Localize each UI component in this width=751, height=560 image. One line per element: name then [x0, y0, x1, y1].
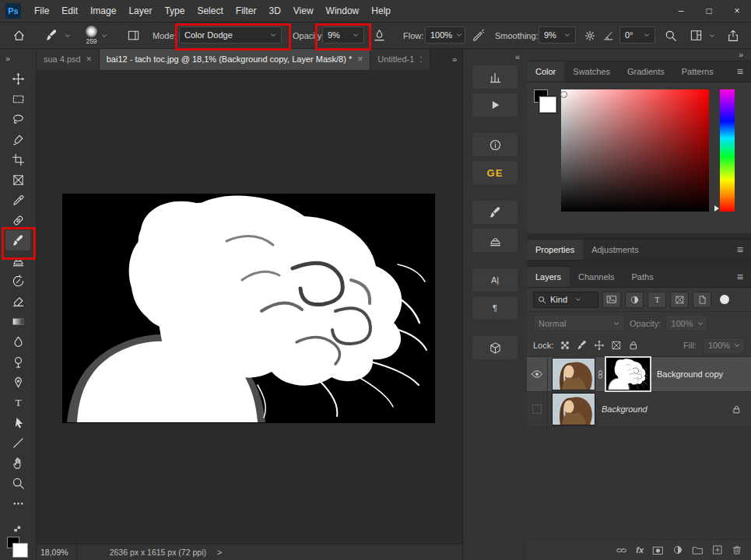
menu-window[interactable]: Window — [320, 1, 366, 22]
dock-collapse-button[interactable]: » — [527, 48, 751, 61]
menu-help[interactable]: Help — [365, 1, 397, 22]
layer-name[interactable]: Background — [602, 404, 647, 414]
tool-blur[interactable] — [5, 331, 30, 352]
color-panel-swatches[interactable] — [534, 89, 560, 119]
lock-artboard-icon[interactable] — [611, 340, 622, 351]
hue-slider-marker[interactable] — [714, 205, 719, 212]
foreground-color-swatch[interactable] — [12, 543, 28, 558]
document-tab-3[interactable]: Untitled-1 : — [370, 48, 430, 70]
tool-quick-selection[interactable] — [5, 129, 30, 149]
layer-mask-thumbnail-selected[interactable] — [606, 358, 650, 390]
layer-row-background-copy[interactable]: Background copy — [527, 357, 751, 392]
tool-spot-healing-brush[interactable] — [5, 210, 30, 230]
layer-row-background[interactable]: Background — [527, 392, 751, 427]
filter-type-layers-button[interactable] — [647, 292, 666, 308]
layer-name[interactable]: Background copy — [657, 369, 723, 379]
layer-mask-link[interactable] — [595, 369, 606, 380]
color-sample-marker[interactable] — [560, 91, 567, 98]
tab-patterns[interactable]: Patterns — [673, 61, 722, 82]
tool-lasso[interactable] — [5, 109, 30, 129]
filter-adjustment-layers-button[interactable] — [625, 292, 644, 308]
angle-input[interactable]: 0° — [619, 26, 655, 44]
menu-select[interactable]: Select — [191, 1, 229, 22]
tab-close-icon[interactable]: × — [86, 54, 92, 65]
canvas-viewport[interactable] — [37, 70, 462, 544]
link-layers-icon[interactable] — [616, 544, 627, 556]
pressure-opacity-button[interactable] — [373, 23, 386, 48]
brush-angle-widget[interactable] — [602, 23, 615, 48]
layer-thumbnail[interactable] — [553, 394, 595, 425]
document-tab-1[interactable]: sua 4.psd × — [37, 48, 100, 70]
status-options-chevron[interactable]: > — [217, 548, 222, 557]
tool-preset-button[interactable] — [45, 23, 71, 48]
panel-menu-icon[interactable]: ≡ — [729, 267, 751, 287]
filter-toggle-icon[interactable] — [720, 295, 729, 304]
panel-button-clone-source[interactable] — [472, 229, 518, 252]
tool-move[interactable] — [5, 68, 30, 89]
layer-fill-field[interactable]: 100% — [703, 338, 745, 354]
panel-button-character[interactable]: A| — [472, 268, 518, 292]
close-button[interactable]: × — [723, 1, 751, 22]
lock-position-icon[interactable] — [594, 340, 605, 351]
tool-crop[interactable] — [5, 149, 30, 170]
panel-button-brush-settings[interactable] — [472, 201, 518, 224]
layer-visibility-toggle[interactable] — [527, 357, 548, 391]
menu-view[interactable]: View — [287, 1, 320, 22]
edit-toolbar-icon[interactable] — [12, 523, 23, 534]
panel-button-3d[interactable] — [472, 336, 518, 359]
toolbar-collapse-button[interactable]: » — [0, 48, 36, 68]
filter-pixel-layers-button[interactable] — [602, 292, 621, 308]
tool-type[interactable] — [5, 392, 30, 412]
layer-filter-kind-select[interactable]: Kind — [533, 292, 598, 308]
saturation-brightness-picker[interactable] — [561, 89, 709, 212]
share-button[interactable] — [727, 23, 739, 48]
new-group-icon[interactable] — [692, 544, 704, 556]
tab-properties[interactable]: Properties — [527, 240, 583, 260]
layer-blend-mode-select[interactable]: Normal — [533, 315, 625, 331]
home-button[interactable] — [12, 23, 26, 48]
tool-hand[interactable] — [5, 453, 30, 473]
tab-layers[interactable]: Layers — [527, 267, 570, 287]
search-button[interactable] — [665, 23, 677, 48]
tool-more[interactable] — [5, 493, 30, 513]
foreground-color-swatch[interactable] — [539, 96, 556, 113]
layer-opacity-field[interactable]: 100% — [665, 315, 707, 331]
tab-gradients[interactable]: Gradients — [619, 61, 673, 82]
panel-button-actions[interactable] — [472, 93, 518, 117]
document-tab-2-active[interactable]: bai12 - tach toc.jpg @ 18,1% (Background… — [100, 48, 370, 70]
new-layer-icon[interactable] — [712, 544, 723, 555]
tool-clone-stamp[interactable] — [5, 250, 30, 271]
workspace-switcher[interactable] — [690, 23, 715, 48]
smoothing-options-button[interactable] — [584, 23, 596, 48]
menu-edit[interactable]: Edit — [55, 1, 84, 22]
menu-type[interactable]: Type — [158, 1, 191, 22]
tool-history-brush[interactable] — [5, 271, 30, 291]
lock-all-icon[interactable] — [628, 340, 639, 351]
tab-swatches[interactable]: Swatches — [564, 61, 619, 82]
new-adjustment-layer-icon[interactable] — [672, 544, 683, 555]
tool-eyedropper[interactable] — [5, 190, 30, 210]
flow-select[interactable]: 100% — [425, 26, 465, 44]
tab-channels[interactable]: Channels — [570, 267, 623, 287]
tab-paths[interactable]: Paths — [623, 267, 662, 287]
tool-brush[interactable] — [5, 230, 30, 250]
toggle-brush-settings-button[interactable] — [127, 23, 140, 48]
layer-mask-artwork[interactable] — [63, 194, 434, 422]
tool-eraser[interactable] — [5, 291, 30, 311]
lock-pixels-icon[interactable] — [577, 340, 588, 351]
tool-line[interactable] — [5, 432, 30, 453]
minimize-button[interactable]: – — [667, 1, 695, 22]
opacity-select[interactable]: 9% — [322, 26, 364, 44]
panel-button-info[interactable] — [472, 133, 518, 156]
layer-thumbnail[interactable] — [553, 359, 595, 390]
panel-menu-icon[interactable]: ≡ — [729, 61, 751, 82]
layer-effects-button[interactable]: fx — [636, 545, 644, 555]
menu-image[interactable]: Image — [84, 1, 122, 22]
delete-layer-icon[interactable] — [732, 544, 742, 555]
filter-smart-objects-button[interactable] — [693, 292, 711, 308]
tool-path-selection[interactable] — [5, 412, 30, 432]
zoom-level-field[interactable]: 18,09% — [37, 544, 77, 560]
menu-3d[interactable]: 3D — [262, 1, 286, 22]
airbrush-button[interactable] — [472, 23, 485, 48]
tool-gradient[interactable] — [5, 311, 30, 331]
